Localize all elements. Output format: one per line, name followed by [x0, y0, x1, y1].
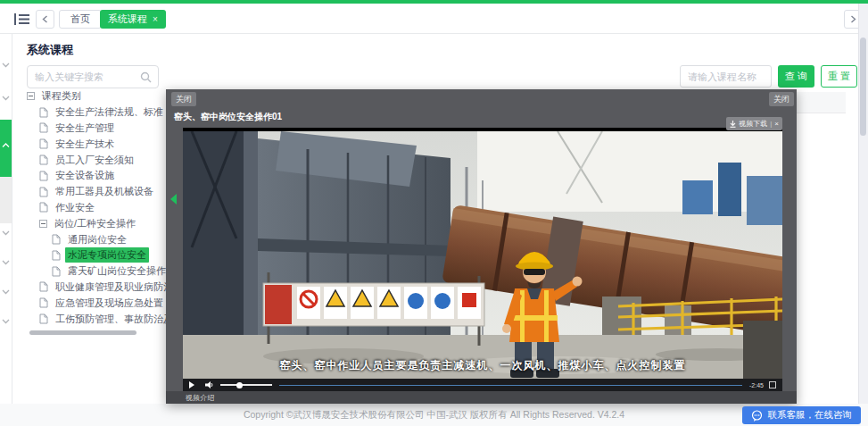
- video-intro-bar: 视频介绍: [166, 391, 797, 404]
- tree-item[interactable]: 岗位/工种安全操作: [23, 215, 166, 231]
- video-subtitle: 窑头、窑中作业人员主要是负责主减速机、一次风机、推煤小车、点火控制装置: [183, 358, 782, 373]
- tree-item-label: 应急管理及现场应急处置: [53, 296, 166, 311]
- chevron-down-icon: [2, 289, 10, 295]
- tree-item-label: 水泥专项岗位安全: [65, 247, 149, 263]
- tab-system-courses[interactable]: 系统课程 ×: [100, 10, 166, 29]
- tree-item[interactable]: 职业健康管理及职业病防治: [23, 280, 166, 296]
- chevron-left-icon: [42, 15, 48, 23]
- footer: Copyright ©武汉博晟安全技术股份有限公司 中国-武汉 版权所有 All…: [0, 404, 868, 426]
- query-button[interactable]: 查 询: [778, 65, 814, 88]
- rail-divider: [12, 34, 12, 426]
- tabs-prev-button[interactable]: [36, 10, 54, 29]
- chevron-right-icon: [850, 15, 856, 23]
- close-button[interactable]: 关闭: [171, 92, 196, 106]
- document-icon: [39, 155, 48, 165]
- collapse-icon[interactable]: [39, 220, 47, 228]
- download-close-icon[interactable]: ×: [774, 120, 779, 128]
- video-frame[interactable]: 窑头、窑中作业人员主要是负责主减速机、一次风机、推煤小车、点火控制装置 -2:4…: [183, 128, 782, 391]
- video-player-overlay: 关闭 关闭 窑头、窑中岗位安全操作01 视频下载 | ×: [166, 89, 797, 404]
- tab-close-icon[interactable]: ×: [153, 14, 158, 24]
- tree-horizontal-scrollbar[interactable]: [29, 330, 136, 335]
- tree-item-label: 员工入厂安全须知: [53, 153, 136, 168]
- tree-item[interactable]: 安全生产管理: [23, 121, 166, 137]
- document-icon: [39, 297, 48, 308]
- document-icon: [52, 266, 61, 277]
- video-download-button[interactable]: 视频下载 | ×: [726, 117, 782, 130]
- document-icon: [39, 313, 48, 324]
- tree-item[interactable]: 安全设备设施: [23, 168, 166, 184]
- play-button[interactable]: [189, 381, 194, 388]
- nav-rail-item[interactable]: [0, 177, 12, 223]
- tree-item-label: 安全生产管理: [53, 121, 117, 136]
- document-icon: [39, 171, 48, 181]
- seek-bar[interactable]: [279, 385, 742, 386]
- menu-fold-icon[interactable]: [14, 13, 29, 25]
- tree-item[interactable]: 常用工器具及机械设备: [23, 184, 166, 200]
- tab-home[interactable]: 首页: [59, 10, 102, 29]
- tree-item-label: 露天矿山岗位安全操作: [65, 263, 166, 279]
- app-window: 首页 系统课程 × 系统课程 课程类别安全生产法律法规、标准安全生产管理安全生产…: [0, 0, 868, 426]
- chevron-up-icon: [2, 143, 10, 148]
- tree-search-box: [27, 65, 159, 88]
- video-title: 窑头、窑中岗位安全操作01: [174, 111, 282, 123]
- tab-home-label: 首页: [70, 13, 90, 26]
- chevron-down-icon: [2, 96, 10, 101]
- volume-knob[interactable]: [236, 382, 243, 388]
- tree-item-label: 课程类别: [39, 88, 84, 104]
- tree-item[interactable]: 应急管理及现场应急处置: [23, 295, 166, 311]
- volume-slider[interactable]: [220, 384, 272, 386]
- panel-collapse-handle[interactable]: [170, 194, 177, 205]
- tree-item-label: 岗位/工种安全操作: [52, 216, 138, 231]
- customer-service-button[interactable]: 联系客服，在线咨询: [742, 406, 862, 424]
- volume-icon[interactable]: [205, 381, 213, 388]
- separator: |: [770, 120, 772, 128]
- tree-item-label: 通用岗位安全: [65, 232, 129, 247]
- chat-bubble-icon: [751, 410, 763, 422]
- document-icon: [39, 187, 48, 197]
- chevron-down-icon: [2, 319, 10, 324]
- video-controls: -2:45: [183, 379, 782, 391]
- tree-item-label: 安全生产技术: [53, 137, 117, 152]
- reset-button[interactable]: 重 置: [821, 65, 857, 88]
- vertical-scrollbar-thumb[interactable]: [860, 38, 866, 136]
- tree-item[interactable]: 安全生产法律法规、标准: [23, 104, 166, 121]
- document-icon: [39, 107, 48, 118]
- document-icon: [39, 202, 48, 213]
- document-icon: [52, 250, 61, 261]
- tree-item[interactable]: 露天矿山岗位安全操作: [23, 263, 166, 280]
- tree-item[interactable]: 员工入厂安全须知: [23, 152, 166, 168]
- course-name-input[interactable]: [680, 65, 772, 88]
- tab-bar: 首页 系统课程 ×: [0, 4, 868, 34]
- tree-search-input[interactable]: [28, 66, 133, 88]
- customer-service-label: 联系客服，在线咨询: [768, 409, 853, 422]
- fullscreen-icon[interactable]: [769, 381, 776, 388]
- tree-item[interactable]: 水泥专项岗位安全: [23, 247, 166, 263]
- tree-item-label: 常用工器具及机械设备: [53, 184, 156, 199]
- collapse-icon[interactable]: [27, 92, 35, 100]
- chevron-down-icon: [2, 63, 10, 68]
- document-icon: [52, 234, 61, 245]
- page-title: 系统课程: [27, 42, 73, 58]
- tree-item-label: 安全生产法律法规、标准: [53, 104, 166, 120]
- tree-item-label: 安全设备设施: [53, 168, 117, 183]
- tree-item[interactable]: 工伤预防管理、事故防治及典型: [23, 311, 166, 326]
- search-icon[interactable]: [140, 71, 152, 83]
- tree-item[interactable]: 通用岗位安全: [23, 231, 166, 247]
- copyright-text: Copyright ©武汉博晟安全技术股份有限公司 中国-武汉 版权所有 All…: [0, 404, 868, 426]
- chevron-down-icon: [2, 230, 10, 236]
- nav-rail-active-item[interactable]: [0, 120, 12, 177]
- chevron-down-icon: [2, 260, 10, 265]
- document-icon: [39, 138, 48, 149]
- document-icon: [39, 122, 48, 133]
- video-still-image: [183, 131, 782, 379]
- close-button[interactable]: 关闭: [769, 92, 794, 106]
- course-tree: 课程类别安全生产法律法规、标准安全生产管理安全生产技术员工入厂安全须知安全设备设…: [23, 88, 166, 326]
- tree-item-label: 职业健康管理及职业病防治: [53, 280, 166, 295]
- tab-active-label: 系统课程: [108, 13, 147, 26]
- tree-item[interactable]: 安全生产技术: [23, 136, 166, 152]
- time-remaining: -2:45: [749, 382, 764, 388]
- video-intro-tab[interactable]: 视频介绍: [186, 393, 214, 403]
- tree-item[interactable]: 课程类别: [23, 88, 166, 104]
- tree-item-label: 作业安全: [53, 200, 97, 215]
- tree-item[interactable]: 作业安全: [23, 200, 166, 216]
